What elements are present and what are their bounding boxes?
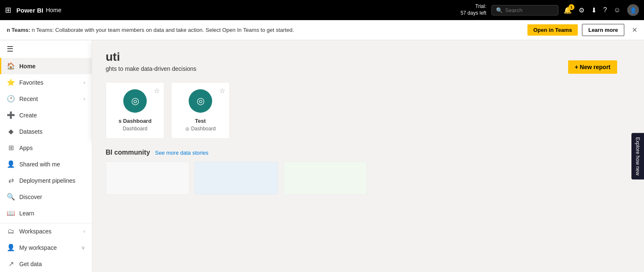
page-subheading: ghts to make data-driven decisions <box>106 65 631 72</box>
card-type-1: Dashboard <box>113 126 157 132</box>
topbar-page: Home <box>46 7 61 13</box>
help-icon[interactable]: ? <box>603 6 607 14</box>
sidebar-item-discover[interactable]: 🔍 Discover <box>0 189 92 205</box>
sidebar-item-deployment-pipelines[interactable]: ⇄ Deployment pipelines <box>0 172 92 189</box>
home-icon: 🏠 <box>7 62 15 70</box>
datasets-icon: ◆ <box>7 127 15 135</box>
see-more-stories-link[interactable]: See more data stories <box>155 150 208 156</box>
settings-icon[interactable]: ⚙ <box>579 6 584 14</box>
learn-more-button[interactable]: Learn more <box>582 24 624 36</box>
card-type-icon-2: ◎ <box>185 126 190 132</box>
banner-close-icon[interactable]: ✕ <box>632 26 637 34</box>
banner: n Teams: n Teams: Collaborate with your … <box>0 20 644 40</box>
search-input[interactable] <box>505 7 554 13</box>
community-header: BI community See more data stories <box>106 149 631 156</box>
layout: ☰ 🏠 Home ⭐ Favorites › 🕐 Recent › ➕ Crea… <box>0 40 644 272</box>
discover-icon: 🔍 <box>7 193 15 201</box>
main-inner: uti ghts to make data-driven decisions +… <box>92 40 644 205</box>
card-type-label-1: Dashboard <box>123 126 148 132</box>
community-title: BI community <box>106 149 150 156</box>
card-title-1: s Dashboard <box>113 118 157 124</box>
main-content: uti ghts to make data-driven decisions +… <box>92 40 644 272</box>
dashboard-icon: ◎ <box>131 96 139 106</box>
sidebar: ☰ 🏠 Home ⭐ Favorites › 🕐 Recent › ➕ Crea… <box>0 40 92 272</box>
notifications-icon[interactable]: 🔔 1 <box>564 6 572 14</box>
search-icon: 🔍 <box>496 7 503 13</box>
get-data-icon: ↗ <box>7 260 15 268</box>
chevron-right-icon: › <box>83 80 85 85</box>
sidebar-item-datasets[interactable]: ◆ Datasets <box>0 123 92 140</box>
star-icon[interactable]: ☆ <box>154 87 160 95</box>
topbar-icons: 🔔 1 ⚙ ⬇ ? ☺ 👤 <box>564 4 639 16</box>
card-type-label-2: Dashboard <box>191 126 216 132</box>
avatar[interactable]: 👤 <box>627 4 639 16</box>
chevron-down-icon: ∨ <box>81 245 85 251</box>
brand: Power BI Home <box>16 7 62 14</box>
community-section: BI community See more data stories <box>106 149 631 195</box>
cards-row: ☆ ◎ s Dashboard Dashboard ☆ ◎ Test <box>106 82 631 139</box>
my-workspace-icon: 👤 <box>7 244 15 251</box>
community-cards <box>106 161 631 195</box>
dashboard-card-2[interactable]: ☆ ◎ Test ◎ Dashboard <box>171 82 230 139</box>
favorites-icon: ⭐ <box>7 78 15 86</box>
sidebar-bottom: 🗂 Workspaces ‹ 👤 My workspace ∨ ↗ Get da… <box>0 223 92 272</box>
page-heading: uti <box>106 50 631 64</box>
new-report-button[interactable]: + New report <box>568 60 617 74</box>
learn-icon: 📖 <box>7 209 15 217</box>
chevron-left-icon: ‹ <box>83 228 85 234</box>
chevron-right-icon: › <box>83 96 85 102</box>
community-card-3[interactable] <box>283 161 367 195</box>
sidebar-toggle[interactable]: ☰ <box>0 40 92 58</box>
sidebar-item-home[interactable]: 🏠 Home <box>0 58 92 74</box>
apps-icon: ⊞ <box>7 144 15 152</box>
explore-panel[interactable]: Explore how new <box>631 133 644 179</box>
dashboard-icon-2: ◎ <box>197 96 205 106</box>
create-icon: ➕ <box>7 111 15 119</box>
sidebar-item-learn[interactable]: 📖 Learn <box>0 205 92 221</box>
sidebar-item-favorites[interactable]: ⭐ Favorites › <box>0 74 92 91</box>
sidebar-item-get-data[interactable]: ↗ Get data <box>0 256 92 272</box>
sidebar-item-workspaces[interactable]: 🗂 Workspaces ‹ <box>0 223 92 239</box>
topbar: ⊞ Power BI Home Trial: 57 days left 🔍 🔔 … <box>0 0 644 20</box>
grid-icon[interactable]: ⊞ <box>5 5 11 15</box>
community-card-1[interactable] <box>106 161 190 195</box>
card-icon-2: ◎ <box>189 89 212 113</box>
sidebar-item-apps[interactable]: ⊞ Apps <box>0 140 92 156</box>
card-type-2: ◎ Dashboard <box>178 126 223 132</box>
sidebar-item-recent[interactable]: 🕐 Recent › <box>0 91 92 107</box>
sidebar-item-shared-with-me[interactable]: 👤 Shared with me <box>0 156 92 172</box>
card-icon-1: ◎ <box>123 89 147 113</box>
open-in-teams-button[interactable]: Open in Teams <box>527 24 578 36</box>
sidebar-item-create[interactable]: ➕ Create <box>0 107 92 123</box>
trial-info: Trial: 57 days left <box>460 3 486 16</box>
shared-icon: 👤 <box>7 160 15 168</box>
community-card-2[interactable] <box>195 161 278 195</box>
account-icon[interactable]: ☺ <box>614 6 621 14</box>
pipelines-icon: ⇄ <box>7 176 15 184</box>
brand-name: Power BI <box>16 7 43 14</box>
notification-badge: 1 <box>569 4 574 10</box>
banner-text: n Teams: n Teams: Collaborate with your … <box>7 27 523 33</box>
sidebar-item-my-workspace[interactable]: 👤 My workspace ∨ <box>0 239 92 256</box>
star-icon-2[interactable]: ☆ <box>219 87 225 95</box>
recent-icon: 🕐 <box>7 95 15 103</box>
workspaces-icon: 🗂 <box>7 228 15 235</box>
card-title-2: Test <box>178 118 223 124</box>
dashboard-card-1[interactable]: ☆ ◎ s Dashboard Dashboard <box>106 82 164 139</box>
search-box[interactable]: 🔍 <box>491 5 558 16</box>
download-icon[interactable]: ⬇ <box>591 6 597 14</box>
